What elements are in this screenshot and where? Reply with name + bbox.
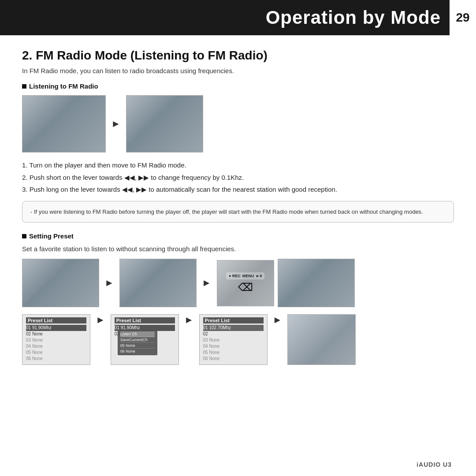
section-title: 2. FM Radio Mode (Listening to FM Radio) xyxy=(22,48,454,63)
step-2: 2. Push short on the lever towards ◀◀, ▶… xyxy=(22,173,454,183)
preset-item-1-3: 03 None xyxy=(26,337,86,343)
context-menu: Listen Ch SaveCurrentCh 05 None 06 None xyxy=(118,330,157,355)
footer-brand: iAUDIO U3 xyxy=(416,461,452,468)
hand-cursor-icon: ⌫ xyxy=(238,281,253,294)
context-menu-item-1: Listen Ch xyxy=(120,331,155,337)
rec-button-label: ● REC xyxy=(229,274,241,278)
menu-button-label: MENU xyxy=(242,274,254,278)
section-description: In FM Radio mode, you can listen to radi… xyxy=(22,67,454,74)
arrow-icon-6: ► xyxy=(179,314,199,326)
preset-item-3-2: 02 xyxy=(203,331,264,337)
main-content: 2. FM Radio Mode (Listening to FM Radio)… xyxy=(0,35,476,381)
arrow-icon-5: ► xyxy=(90,314,111,326)
preset-screen-3 xyxy=(278,259,355,307)
preset-item-3-4: 04 None xyxy=(203,343,264,350)
fm-screen-image-1 xyxy=(22,95,106,152)
context-menu-item-4: 06 None xyxy=(120,349,155,354)
preset-item-3-6: 06 None xyxy=(203,356,264,362)
arrow-icon-2: ► xyxy=(99,277,119,289)
listening-steps: 1. Turn on the player and then move to F… xyxy=(22,160,454,195)
preset-item-1-5: 05 None xyxy=(26,350,86,356)
preset-item-3-3: 03 None xyxy=(203,337,264,343)
header: Operation by Mode 29 xyxy=(0,0,476,35)
preset-item-1-2: 02 None xyxy=(26,331,86,337)
step-1: 1. Turn on the player and then move to F… xyxy=(22,160,454,171)
preset-final-screen xyxy=(287,314,356,365)
listening-subsection-title: Listening to FM Radio xyxy=(22,82,454,90)
context-menu-item-2: SaveCurrentCh xyxy=(120,337,155,343)
preset-item-1-1: 01 91.90Mhz xyxy=(26,325,86,331)
preset-list-2-title: Preset List xyxy=(115,317,175,324)
arrow-icon-1: ► xyxy=(106,118,126,130)
preset-list-1-title: Preset List xyxy=(26,317,86,324)
preset-screen-1 xyxy=(22,259,99,307)
preset-item-1-4: 04 None xyxy=(26,343,86,350)
preset-item-1-6: 06 None xyxy=(26,356,86,362)
arrow-icon-7: ► xyxy=(268,314,288,326)
page-number: 29 xyxy=(450,0,476,35)
preset-subsection-title: Setting Preset xyxy=(22,232,454,240)
preset-image-strip-top: ► ► ● REC MENU ►II ⌫ ► xyxy=(22,259,454,307)
context-menu-item-3: 05 None xyxy=(120,343,155,349)
preset-item-3-1: 01 102.70Mhz xyxy=(203,325,264,331)
preset-list-1: Preset List 01 91.90Mhz 02 None 03 None … xyxy=(22,314,90,365)
preset-list-2: Preset List 01 91.90Mhz 02 None Listen C… xyxy=(111,314,179,365)
preset-list-3-title: Preset List xyxy=(203,317,264,324)
preset-list-3: Preset List 01 102.70Mhz 02 03 None 04 N… xyxy=(199,314,268,365)
preset-screen-2 xyxy=(119,259,197,307)
preset-item-3-5: 05 None xyxy=(203,350,264,356)
page-title: Operation by Mode xyxy=(266,7,450,28)
listening-image-strip: ► xyxy=(22,95,454,152)
play-button-label: ►II xyxy=(256,274,262,278)
device-buttons: ● REC MENU ►II xyxy=(226,272,264,279)
step-3: 3. Push long on the lever towards ◀◀, ▶▶… xyxy=(22,185,454,195)
device-image: ● REC MENU ►II ⌫ xyxy=(217,260,274,306)
note-box: - If you were listening to FM Radio befo… xyxy=(22,201,454,223)
arrow-icon-3: ► xyxy=(197,277,217,289)
preset-list-strip: Preset List 01 91.90Mhz 02 None 03 None … xyxy=(22,314,454,365)
preset-description: Set a favorite station to listen to with… xyxy=(22,245,454,253)
fm-screen-image-2 xyxy=(126,95,203,152)
